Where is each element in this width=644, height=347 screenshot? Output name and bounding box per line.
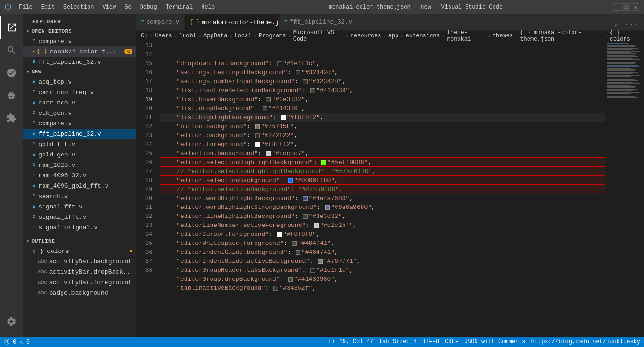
code-line-27[interactable]: // "editor.selectionBackground": "#878b9… [160, 185, 605, 194]
breadcrumb-app[interactable]: app [388, 33, 399, 39]
code-line-17[interactable]: "list.hoverBackground": "#3e3d32", [160, 95, 605, 104]
code-line-19[interactable]: "list.highlightForeground": "#f8f8f2", [160, 113, 605, 122]
close-button[interactable]: ✕ [632, 3, 639, 11]
menu-view[interactable]: View [98, 3, 120, 11]
activity-search[interactable] [0, 39, 23, 61]
sidebar-file-compare_v[interactable]: ≡compare.v [23, 118, 136, 129]
status-tab-size[interactable]: Tab Size: 4 [379, 338, 416, 345]
menu-edit[interactable]: Edit [37, 3, 59, 11]
code-line-37[interactable]: "editorGroup.dropBackground": "#41433980… [160, 275, 605, 284]
open-editors-header[interactable]: ▾ OPEN EDITORS [23, 26, 136, 36]
new-section-header[interactable]: ▾ NEW [23, 67, 136, 77]
code-line-29[interactable]: "editor.wordHighlightStrongBackground": … [160, 203, 605, 212]
status-language[interactable]: JSON with Comments [464, 338, 526, 345]
outline-item-____colors[interactable]: { } colors [23, 246, 136, 256]
breadcrumb-json-file[interactable]: { } monakai-color-theme.json [520, 29, 602, 43]
sidebar-file-carr_nco_freq_v[interactable]: ≡carr_nco_freq.v [23, 87, 136, 97]
activity-debug[interactable] [0, 84, 23, 107]
menu-help[interactable]: Help [197, 3, 219, 11]
sidebar-file-ram_4096_32_v[interactable]: ≡ram_4096_32.v [23, 170, 136, 181]
code-line-24[interactable]: "editor.selectionHighlightBackground": "… [160, 158, 605, 167]
code-line-21[interactable]: "editor.background": "#272822", [160, 131, 605, 140]
sidebar-file-gold_fft_v[interactable]: ≡gold_fft.v [23, 139, 136, 149]
outline-item-activityBar_dropBack___[interactable]: abcactivityBar.dropBack... [23, 267, 136, 277]
breadcrumb-programs[interactable]: Programs [259, 33, 286, 39]
open-editor-monokai[interactable]: ✕ { } monakai-color-t... 6 [23, 46, 136, 57]
more-actions-button[interactable]: ··· [623, 19, 640, 30]
status-url[interactable]: https://blog.csdn.net/luobluesky [531, 338, 640, 345]
activity-explorer[interactable] [0, 16, 23, 39]
breadcrumb-themes[interactable]: themes [493, 33, 513, 39]
outline-header[interactable]: ▾ OUTLINE [23, 236, 136, 246]
code-line-30[interactable]: "editor.lineHighlightBackground": "#3e3d… [160, 212, 605, 221]
breadcrumb-users[interactable]: Users [155, 33, 172, 39]
breadcrumb-appdata[interactable]: AppData [203, 33, 227, 39]
minimize-button[interactable]: ─ [613, 3, 620, 11]
code-line-16[interactable]: "list.inactiveSelectionBackground": "#41… [160, 86, 605, 95]
code-line-31[interactable]: "editorLineNumber.activeForeground": "#c… [160, 221, 605, 230]
code-line-36[interactable]: "editorGroupHeader.tabsBackground": "#1e… [160, 266, 605, 275]
tab-fft[interactable]: ≡ fft_pipeline_32.v [279, 14, 357, 30]
code-line-20[interactable]: "button.background": "#75715E", [160, 122, 605, 131]
breadcrumb-c[interactable]: C: [141, 33, 148, 39]
sidebar-file-ram_1023_v[interactable]: ≡ram_1023.v [23, 160, 136, 170]
breadcrumb-vscode[interactable]: Microsoft VS Code [293, 29, 344, 43]
code-line-38[interactable]: "tab.inactiveBackground": "#34352f", [160, 284, 605, 293]
tab-compare[interactable]: ≡ compare.v [136, 14, 185, 30]
code-line-35[interactable]: "editorIndentGuide.activeBackground": "#… [160, 257, 605, 266]
menu-file[interactable]: File [15, 3, 36, 11]
open-editor-compare[interactable]: ≡ compare.v [23, 36, 136, 46]
json-key: "dropdown.listBackground": [162, 59, 276, 68]
menu-terminal[interactable]: Terminal [162, 3, 197, 11]
breadcrumb-colors[interactable]: { } colors [610, 29, 639, 43]
menu-go[interactable]: Go [121, 3, 135, 11]
sidebar-file-signal_ifft_v[interactable]: ≡signal_ifft.v [23, 212, 136, 222]
status-position[interactable]: Ln 19, Col 47 [329, 338, 373, 345]
sidebar-file-acq_top_v[interactable]: ≡acq_top.v [23, 77, 136, 87]
breadcrumb-theme-monokai[interactable]: theme-monokai [447, 29, 485, 43]
maximize-button[interactable]: □ [622, 3, 630, 11]
status-encoding[interactable]: UTF-8 [422, 338, 439, 345]
menu-selection[interactable]: Selection [60, 3, 98, 11]
sidebar-file-search_v[interactable]: ≡search.v [23, 191, 136, 201]
breadcrumb-resources[interactable]: resources [351, 33, 381, 39]
breadcrumb-local[interactable]: Local [235, 33, 252, 39]
breadcrumb-luobl[interactable]: luobl [179, 33, 196, 39]
code-line-14[interactable]: "settings.textInputBackground": "#32342d… [160, 68, 605, 77]
sidebar-file-signal_fft_v[interactable]: ≡signal_fft.v [23, 201, 136, 212]
activity-extensions[interactable] [0, 107, 23, 130]
split-editor-button[interactable]: ⇄ [613, 19, 621, 30]
code-line-15[interactable]: "settings.numberInputBackground": "#3234… [160, 77, 605, 86]
close-icon[interactable]: ✕ [32, 49, 35, 54]
code-line-28[interactable]: "editor.wordHighlightBackground": "#4a4a… [160, 194, 605, 203]
sidebar-file-gold_gen_v[interactable]: ≡gold_gen.v [23, 149, 136, 160]
tab-close-icon[interactable]: ✕ [294, 19, 297, 26]
sidebar-file-signal_orignal_v[interactable]: ≡signal_orignal.v [23, 222, 136, 233]
code-line-26[interactable]: "editor.selectionBackground": "#0066ff80… [160, 176, 605, 185]
sidebar-file-carr_nco_v[interactable]: ≡carr_nco.v [23, 97, 136, 108]
outline-item-activityBar_background[interactable]: abcactivityBar.background [23, 256, 136, 267]
status-line-endings[interactable]: CRLF [445, 338, 459, 345]
menu-debug[interactable]: Debug [136, 3, 161, 11]
outline-item-badge_background[interactable]: abcbadge.background [23, 287, 136, 298]
tab-monokai[interactable]: { } monakai-color-theme.json ✕ [185, 14, 279, 30]
open-editor-fft[interactable]: ≡ fft_pipeline_32.v [23, 57, 136, 67]
code-line-22[interactable]: "editor.foreground": "#f8f8f2", [160, 140, 605, 149]
code-content[interactable]: "dropdown.listBackground": "#1e1f1c", "s… [160, 41, 605, 337]
activity-settings[interactable] [0, 310, 23, 333]
outline-item-activityBar_foreground[interactable]: abcactivityBar.foreground [23, 277, 136, 287]
code-line-32[interactable]: "editorCursor.foreground": "#f8f8f0", [160, 230, 605, 239]
sidebar-file-fft_pipeline_32_v[interactable]: ≡fft_pipeline_32.v [23, 129, 136, 139]
sidebar-file-ram_4096_gold_fft_v[interactable]: ≡ram_4096_gold_fft.v [23, 181, 136, 191]
sidebar-file-clk_gen_v[interactable]: ≡clk_gen.v [23, 108, 136, 118]
code-line-34[interactable]: "editorIndentGuide.background": "#464741… [160, 248, 605, 257]
code-line-33[interactable]: "editorWhitespace.foreground": "#464741"… [160, 239, 605, 248]
code-line-13[interactable]: "dropdown.listBackground": "#1e1f1c", [160, 59, 605, 68]
code-editor[interactable]: 1314151617181920212223242526272829303132… [136, 41, 644, 337]
code-line-23[interactable]: "selection.background": "#ccccc7", [160, 149, 605, 158]
code-line-25[interactable]: // "editor.selectionHighlightBackground"… [160, 167, 605, 176]
breadcrumb-extensions[interactable]: extensions [406, 33, 440, 39]
code-line-18[interactable]: "list.dropBackground": "#414339", [160, 104, 605, 113]
status-errors[interactable]: ⓪ 0 △ 6 [4, 338, 30, 346]
activity-git[interactable] [0, 61, 23, 84]
